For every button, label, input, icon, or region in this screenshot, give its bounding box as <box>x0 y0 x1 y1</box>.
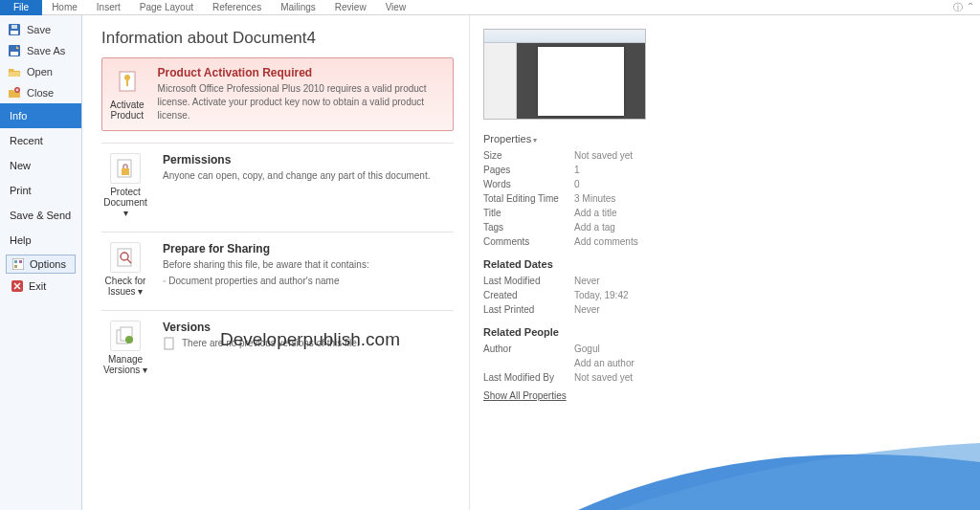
svg-rect-2 <box>11 25 17 29</box>
inspect-icon <box>110 242 141 273</box>
property-value[interactable]: 1 <box>574 163 580 177</box>
open-icon <box>8 65 21 78</box>
sidebar-save-send[interactable]: Save & Send <box>0 203 81 228</box>
options-icon <box>12 258 24 270</box>
sidebar-open[interactable]: Open <box>0 61 81 82</box>
sidebar-label: Close <box>27 87 54 99</box>
sidebar-exit[interactable]: Exit <box>6 277 76 295</box>
property-row: CommentsAdd comments <box>483 234 980 249</box>
minimize-ribbon-icon[interactable]: ⌃ <box>967 1 974 14</box>
date-value[interactable]: Today, 19:42 <box>574 288 629 302</box>
people-key <box>483 356 574 370</box>
close-icon <box>8 86 21 100</box>
property-value[interactable]: Not saved yet <box>574 148 633 163</box>
sidebar-label: Open <box>27 66 53 78</box>
property-key: Pages <box>483 163 574 177</box>
activation-heading: Product Activation Required <box>158 66 443 79</box>
property-key: Words <box>483 177 574 191</box>
property-value[interactable]: 0 <box>574 177 580 191</box>
sidebar-options[interactable]: Options <box>6 255 76 274</box>
button-label: Manage Versions ▾ <box>103 354 147 375</box>
property-value[interactable]: 3 Minutes <box>574 191 615 206</box>
document-thumbnail[interactable] <box>483 29 646 120</box>
svg-rect-6 <box>12 258 24 270</box>
date-key: Created <box>483 288 574 302</box>
date-value[interactable]: Never <box>574 302 600 317</box>
related-people-heading: Related People <box>483 326 980 338</box>
tab-page-layout[interactable]: Page Layout <box>130 0 203 15</box>
svg-rect-16 <box>118 249 131 266</box>
sidebar-save-as[interactable]: Save As <box>0 40 81 61</box>
tab-references[interactable]: References <box>203 0 271 15</box>
activate-product-button[interactable]: Activate Product <box>110 66 145 122</box>
button-label: Activate Product <box>110 100 145 121</box>
sidebar-recent[interactable]: Recent <box>0 128 81 153</box>
sidebar-label: Save <box>27 24 51 35</box>
versions-icon <box>110 321 141 351</box>
tab-review[interactable]: Review <box>325 0 376 15</box>
button-label: Check for Issues ▾ <box>105 276 146 297</box>
svg-rect-4 <box>11 52 18 55</box>
tab-insert[interactable]: Insert <box>87 0 130 15</box>
activation-block: Activate Product Product Activation Requ… <box>101 57 454 131</box>
property-row: Last ModifiedNever <box>483 274 980 288</box>
sidebar-new[interactable]: New <box>0 153 81 178</box>
property-row: CreatedToday, 19:42 <box>483 288 980 302</box>
tab-view[interactable]: View <box>376 0 416 15</box>
tab-file[interactable]: File <box>0 0 42 15</box>
sidebar-label: Options <box>30 258 66 270</box>
date-key: Last Printed <box>483 302 574 317</box>
check-issues-button[interactable]: Check for Issues ▾ <box>101 242 149 297</box>
tab-mailings[interactable]: Mailings <box>271 0 325 15</box>
permissions-heading: Permissions <box>163 153 430 166</box>
doc-icon <box>163 337 176 350</box>
info-column: Information about Document4 Activate Pro… <box>82 15 470 510</box>
tab-home[interactable]: Home <box>42 0 87 15</box>
sidebar-close[interactable]: Close <box>0 82 81 103</box>
properties-dropdown[interactable]: Properties <box>483 133 980 144</box>
property-key: Size <box>483 148 574 163</box>
people-value[interactable]: Gogul <box>574 342 600 356</box>
property-row: SizeNot saved yet <box>483 148 980 163</box>
date-value[interactable]: Never <box>574 274 600 288</box>
svg-rect-21 <box>165 338 173 349</box>
property-row: Last PrintedNever <box>483 302 980 317</box>
property-row: Add an author <box>483 356 980 370</box>
people-key: Author <box>483 342 574 356</box>
property-row: Words0 <box>483 177 980 191</box>
property-value[interactable]: Add comments <box>574 234 638 249</box>
sidebar-help[interactable]: Help <box>0 228 81 253</box>
sidebar-save[interactable]: Save <box>0 19 81 40</box>
watermark-text: Developerpublish.com <box>220 329 400 350</box>
people-value[interactable]: Not saved yet <box>574 370 633 385</box>
svg-rect-15 <box>122 168 129 175</box>
save-icon <box>8 23 21 36</box>
lock-icon <box>110 153 141 184</box>
exit-icon <box>11 280 23 292</box>
people-value[interactable]: Add an author <box>574 356 635 370</box>
protect-document-button[interactable]: Protect Document ▾ <box>101 153 149 218</box>
property-value[interactable]: Add a tag <box>574 220 615 234</box>
svg-rect-1 <box>11 31 18 34</box>
sidebar-print[interactable]: Print <box>0 178 81 203</box>
property-key: Tags <box>483 220 574 234</box>
svg-rect-7 <box>14 260 17 263</box>
property-row: Pages1 <box>483 163 980 177</box>
show-all-properties-link[interactable]: Show All Properties <box>483 390 567 401</box>
svg-rect-13 <box>126 79 128 86</box>
key-icon <box>112 66 143 97</box>
sidebar-label: Save As <box>27 45 65 56</box>
permissions-block: Protect Document ▾ Permissions Anyone ca… <box>101 143 454 232</box>
activation-text: Microsoft Office Professional Plus 2010 … <box>158 82 443 122</box>
sharing-lead: Before sharing this file, be aware that … <box>163 258 369 272</box>
property-key: Total Editing Time <box>483 191 574 206</box>
manage-versions-button[interactable]: Manage Versions ▾ <box>101 321 149 375</box>
help-icon[interactable]: ⓘ <box>953 1 963 14</box>
sharing-item: Document properties and author's name <box>163 275 369 288</box>
property-value[interactable]: Add a title <box>574 206 616 220</box>
property-row: TitleAdd a title <box>483 206 980 220</box>
sharing-block: Check for Issues ▾ Prepare for Sharing B… <box>101 232 454 310</box>
svg-rect-8 <box>19 260 22 263</box>
sidebar-info[interactable]: Info <box>0 103 81 128</box>
backstage-sidebar: Save Save As Open Close Info Recent New … <box>0 15 82 510</box>
